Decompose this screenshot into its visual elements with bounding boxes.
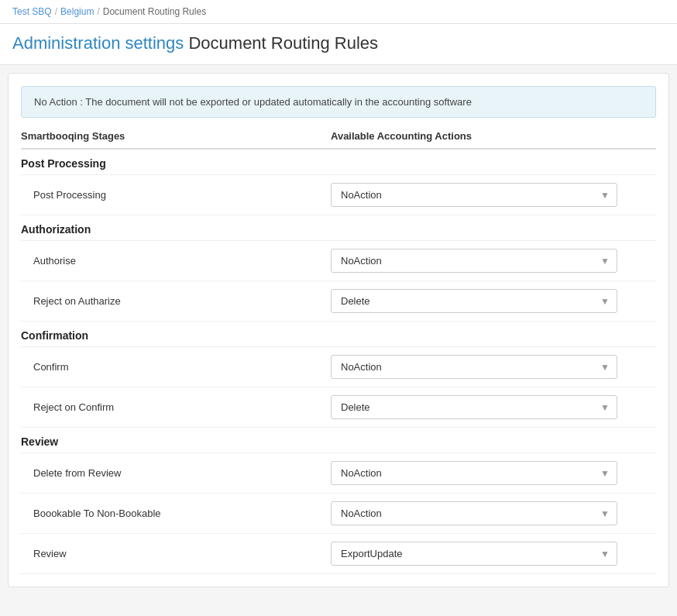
stage-name-reject-on-authorise-row: Reject on Autharize [21,295,331,307]
section-label-review: Review [21,435,331,448]
table-body: Post ProcessingPost ProcessingNoActionDe… [21,150,656,574]
stage-row-reject-on-confirm-row: Reject on ConfirmNoActionDeleteExportUpd… [21,387,656,428]
action-cell-reject-on-authorise-row: NoActionDeleteExportUpdateExport▼ [331,289,656,313]
stage-row-bookable-to-non-bookable-row: Boookable To Non-BookableNoActionDeleteE… [21,494,656,534]
dropdown-wrapper-authorise-row: NoActionDeleteExportUpdateExport▼ [331,249,617,273]
dropdown-post-processing-row[interactable]: NoActionDeleteExportUpdateExport [331,183,617,207]
page-title-text: Document Routing Rules [188,33,378,53]
table-header: Smartbooqing Stages Available Accounting… [21,130,656,150]
breadcrumb-belgium[interactable]: Belgium [60,6,94,17]
section-label-confirmation: Confirmation [21,329,331,342]
dropdown-authorise-row[interactable]: NoActionDeleteExportUpdateExport [331,249,617,273]
breadcrumb-sep-2: / [97,6,99,17]
breadcrumb-test-sbq[interactable]: Test SBQ [12,6,52,17]
breadcrumb-sep-1: / [55,6,57,17]
stage-row-post-processing-row: Post ProcessingNoActionDeleteExportUpdat… [21,175,656,215]
stage-row-review-row: ReviewNoActionDeleteExportUpdateExport▼ [21,534,656,574]
action-cell-confirm-row: NoActionDeleteExportUpdateExport▼ [331,355,656,379]
col-action-header: Available Accounting Actions [331,130,656,142]
section-label-authorization: Authorization [21,223,331,236]
dropdown-delete-from-review-row[interactable]: NoActionDeleteExportUpdateExport [331,461,617,485]
breadcrumb-current: Document Routing Rules [103,6,206,17]
dropdown-wrapper-delete-from-review-row: NoActionDeleteExportUpdateExport▼ [331,461,617,485]
routing-rules-table: Smartbooqing Stages Available Accounting… [9,118,668,587]
stage-name-authorise-row: Authorise [21,255,331,267]
stage-name-bookable-to-non-bookable-row: Boookable To Non-Bookable [21,508,331,519]
info-banner-text: No Action : The document will not be exp… [34,96,472,108]
stage-row-confirm-row: ConfirmNoActionDeleteExportUpdateExport▼ [21,347,656,387]
dropdown-review-row[interactable]: NoActionDeleteExportUpdateExport [331,542,617,566]
breadcrumb: Test SBQ / Belgium / Document Routing Ru… [0,0,677,24]
action-cell-bookable-to-non-bookable-row: NoActionDeleteExportUpdateExport▼ [331,501,656,525]
page-header: Administration settings Document Routing… [0,24,677,65]
col-stage-header: Smartbooqing Stages [21,130,331,142]
stage-name-review-row: Review [21,548,331,559]
dropdown-wrapper-review-row: NoActionDeleteExportUpdateExport▼ [331,542,617,566]
admin-settings-label: Administration settings [12,33,184,53]
stage-row-reject-on-authorise-row: Reject on AutharizeNoActionDeleteExportU… [21,281,656,322]
stage-name-reject-on-confirm-row: Reject on Confirm [21,401,331,413]
dropdown-confirm-row[interactable]: NoActionDeleteExportUpdateExport [331,355,617,379]
dropdown-reject-on-authorise-row[interactable]: NoActionDeleteExportUpdateExport [331,289,617,313]
action-cell-delete-from-review-row: NoActionDeleteExportUpdateExport▼ [331,461,656,485]
stage-name-delete-from-review-row: Delete from Review [21,467,331,479]
stage-name-confirm-row: Confirm [21,361,331,373]
section-header-post-processing: Post Processing [21,150,656,175]
action-cell-post-processing-row: NoActionDeleteExportUpdateExport▼ [331,183,656,207]
section-header-confirmation: Confirmation [21,322,656,347]
dropdown-wrapper-reject-on-authorise-row: NoActionDeleteExportUpdateExport▼ [331,289,617,313]
stage-row-authorise-row: AuthoriseNoActionDeleteExportUpdateExpor… [21,241,656,281]
dropdown-bookable-to-non-bookable-row[interactable]: NoActionDeleteExportUpdateExport [331,501,617,525]
stage-row-delete-from-review-row: Delete from ReviewNoActionDeleteExportUp… [21,453,656,494]
dropdown-wrapper-confirm-row: NoActionDeleteExportUpdateExport▼ [331,355,617,379]
dropdown-wrapper-bookable-to-non-bookable-row: NoActionDeleteExportUpdateExport▼ [331,501,617,525]
section-header-authorization: Authorization [21,215,656,241]
action-cell-authorise-row: NoActionDeleteExportUpdateExport▼ [331,249,656,273]
content-area: No Action : The document will not be exp… [8,73,669,587]
dropdown-reject-on-confirm-row[interactable]: NoActionDeleteExportUpdateExport [331,395,617,419]
dropdown-wrapper-post-processing-row: NoActionDeleteExportUpdateExport▼ [331,183,617,207]
dropdown-wrapper-reject-on-confirm-row: NoActionDeleteExportUpdateExport▼ [331,395,617,419]
section-header-review: Review [21,428,656,453]
action-cell-reject-on-confirm-row: NoActionDeleteExportUpdateExport▼ [331,395,656,419]
stage-name-post-processing-row: Post Processing [21,189,331,201]
section-label-post-processing: Post Processing [21,157,331,170]
action-cell-review-row: NoActionDeleteExportUpdateExport▼ [331,542,656,566]
info-banner: No Action : The document will not be exp… [21,86,656,118]
